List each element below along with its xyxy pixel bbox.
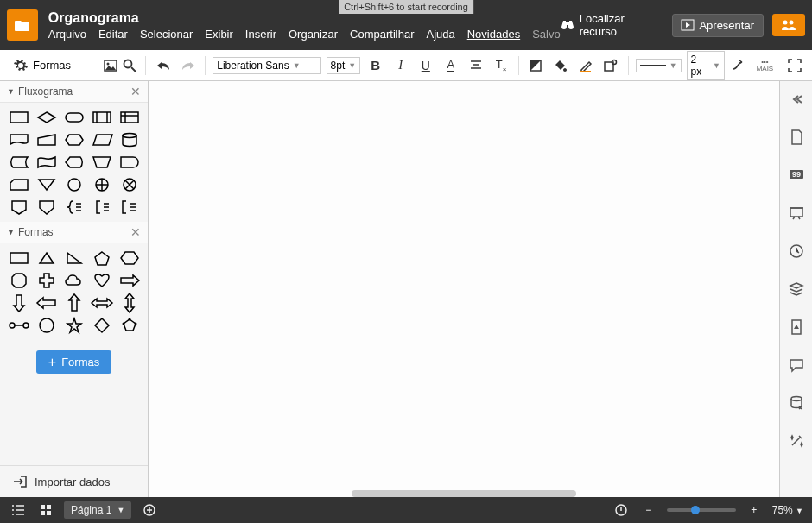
shape-brace[interactable]	[62, 198, 86, 217]
fullscreen-button[interactable]	[785, 55, 805, 76]
zoom-out-button[interactable]: −	[639, 501, 658, 520]
shape-predefined[interactable]	[90, 108, 114, 127]
add-page-button[interactable]	[140, 501, 159, 520]
shape-internal-storage[interactable]	[117, 108, 142, 127]
collapse-right-panel[interactable]	[785, 88, 808, 110]
outline-view-button[interactable]	[9, 501, 28, 520]
document-title[interactable]: Organograma	[48, 10, 561, 26]
shape-link[interactable]	[7, 316, 31, 335]
font-select[interactable]: Liberation Sans▼	[213, 57, 320, 74]
shape-cloud[interactable]	[62, 271, 86, 290]
menu-compartilhar[interactable]: Compartilhar	[350, 28, 414, 41]
category-formas[interactable]: ▼Formas✕	[0, 222, 148, 243]
page-selector[interactable]: Página 1▼	[64, 501, 131, 519]
shape-stored-data[interactable]	[7, 153, 31, 172]
shape-style-button[interactable]	[601, 55, 621, 76]
shape-diamond[interactable]	[90, 316, 114, 335]
line-end-button[interactable]	[730, 55, 750, 76]
layers-icon[interactable]	[785, 278, 808, 300]
menu-organizar[interactable]: Organizar	[289, 28, 338, 41]
horizontal-scrollbar[interactable]	[352, 490, 576, 497]
underline-button[interactable]: U	[416, 55, 435, 76]
more-button[interactable]: •••MAIS	[755, 55, 775, 76]
shape-hexagon[interactable]	[117, 249, 142, 268]
line-style-select[interactable]: ▼	[636, 59, 682, 72]
shape-cross[interactable]	[35, 271, 59, 290]
zoom-in-button[interactable]: +	[745, 501, 764, 520]
present-panel-icon[interactable]	[785, 202, 808, 224]
shape-rect[interactable]	[7, 249, 31, 268]
close-icon[interactable]: ✕	[130, 85, 141, 98]
undo-button[interactable]	[153, 55, 173, 76]
shape-sum[interactable]	[117, 175, 142, 194]
image-icon[interactable]	[104, 60, 117, 72]
comments-icon[interactable]: 99	[785, 164, 808, 186]
shape-offpage2[interactable]	[35, 198, 59, 217]
page-panel-icon[interactable]	[785, 126, 808, 148]
align-button[interactable]	[466, 55, 485, 76]
shape-circle[interactable]	[35, 316, 59, 335]
shape-octagon[interactable]	[7, 271, 31, 290]
shape-decision[interactable]	[35, 108, 59, 127]
shape-heart[interactable]	[90, 271, 114, 290]
menu-inserir[interactable]: Inserir	[245, 28, 276, 41]
shape-pentagon[interactable]	[90, 249, 114, 268]
zoom-level[interactable]: 75% ▼	[772, 504, 803, 516]
gear-icon[interactable]	[14, 59, 28, 72]
shape-right-tri[interactable]	[62, 249, 86, 268]
shape-preparation[interactable]	[62, 130, 86, 149]
shape-note[interactable]	[90, 198, 114, 217]
shape-delay[interactable]	[117, 153, 142, 172]
shape-arrow-ud[interactable]	[117, 293, 142, 312]
redo-button[interactable]	[178, 55, 198, 76]
shape-process[interactable]	[7, 108, 31, 127]
search-icon[interactable]	[123, 59, 136, 72]
italic-button[interactable]: I	[390, 55, 410, 76]
shape-arrow-r[interactable]	[117, 271, 142, 290]
magic-icon[interactable]	[785, 430, 808, 452]
shape-manual-input[interactable]	[35, 130, 59, 149]
shape-arrow-d[interactable]	[7, 293, 31, 312]
shape-arrow-lr[interactable]	[90, 293, 114, 312]
menu-ajuda[interactable]: Ajuda	[426, 28, 454, 41]
font-size-select[interactable]: 8pt▼	[327, 57, 361, 74]
shape-terminator[interactable]	[62, 108, 86, 127]
zoom-slider[interactable]	[667, 508, 736, 512]
bucket-button[interactable]	[551, 55, 571, 76]
close-icon[interactable]: ✕	[130, 225, 141, 239]
fill-button[interactable]	[525, 55, 545, 76]
menu-selecionar[interactable]: Selecionar	[140, 28, 193, 41]
shape-note2[interactable]	[117, 198, 142, 217]
menu-arquivo[interactable]: Arquivo	[48, 28, 86, 41]
line-width-select[interactable]: 2 px▼	[687, 51, 725, 80]
border-color-button[interactable]	[576, 55, 596, 76]
shape-manual-op[interactable]	[90, 153, 114, 172]
shape-triangle[interactable]	[35, 249, 59, 268]
bold-button[interactable]: B	[365, 55, 385, 76]
more-shapes-button[interactable]: +Formas	[36, 350, 111, 374]
menu-novidades[interactable]: Novidades	[467, 28, 520, 41]
shape-card[interactable]	[7, 175, 31, 194]
feedback-button[interactable]	[612, 501, 631, 520]
history-icon[interactable]	[785, 240, 808, 262]
shape-database[interactable]	[117, 130, 142, 149]
present-button[interactable]: Apresentar	[672, 14, 764, 37]
text-style-button[interactable]: T×	[491, 55, 511, 76]
canvas[interactable]	[149, 81, 779, 497]
shape-display[interactable]	[62, 153, 86, 172]
shape-data[interactable]	[90, 130, 114, 149]
themes-icon[interactable]	[785, 316, 808, 338]
shape-connector[interactable]	[62, 175, 86, 194]
text-color-button[interactable]: A	[441, 55, 460, 76]
shape-tape[interactable]	[35, 153, 59, 172]
shape-offpage[interactable]	[7, 198, 31, 217]
data-icon[interactable]	[785, 392, 808, 414]
share-button[interactable]	[772, 14, 805, 36]
menu-exibir[interactable]: Exibir	[205, 28, 233, 41]
shape-document[interactable]	[7, 130, 31, 149]
app-logo[interactable]	[7, 9, 38, 41]
chat-icon[interactable]	[785, 354, 808, 376]
category-fluxograma[interactable]: ▼Fluxograma✕	[0, 81, 148, 103]
shape-merge[interactable]	[35, 175, 59, 194]
shape-or[interactable]	[90, 175, 114, 194]
